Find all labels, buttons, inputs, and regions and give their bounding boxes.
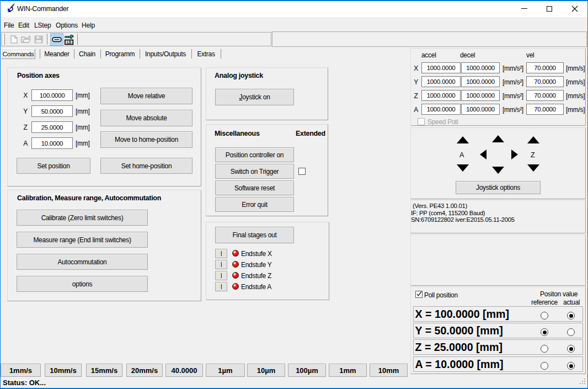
svg-text:LS: LS [67,40,72,44]
